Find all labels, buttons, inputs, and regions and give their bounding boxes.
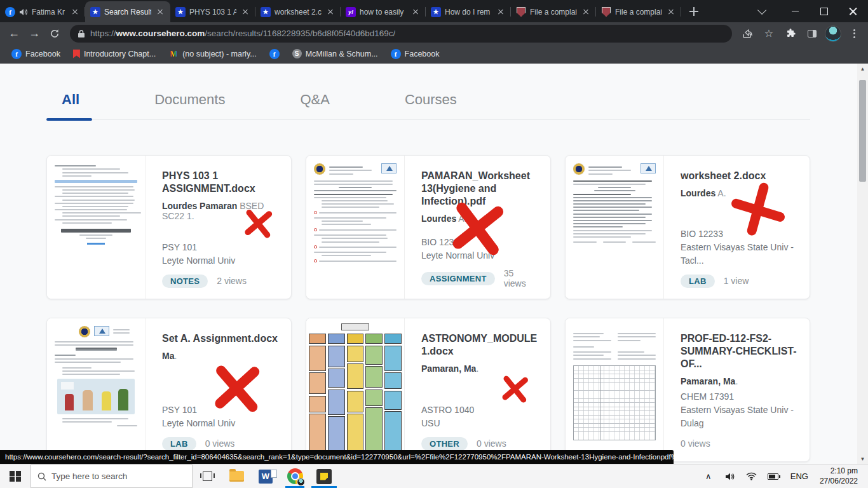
wifi-icon[interactable]: [742, 464, 761, 488]
bookmark-item[interactable]: Facebook: [8, 47, 64, 61]
tab-search-chevron-icon[interactable]: [746, 0, 775, 22]
results-grid: PHYS 103 1 ASSIGNMENT.docx Lourdes Pamar…: [46, 155, 810, 462]
document-title[interactable]: Set A. Assignment.docx: [162, 332, 278, 345]
new-tab-button[interactable]: [685, 3, 703, 20]
bookmark-item[interactable]: [266, 47, 283, 61]
tab-strip: Fatima Kr Search Result PHYS 103 1 A wor…: [0, 0, 868, 22]
browser-tab[interactable]: File a complai: [511, 1, 596, 22]
tab-title: File a complai: [615, 8, 662, 17]
taskbar-search-input[interactable]: Type here to search: [31, 464, 193, 488]
reload-button[interactable]: [46, 25, 64, 43]
document-thumbnail[interactable]: [47, 156, 146, 299]
chrome-button[interactable]: [280, 464, 309, 488]
window-controls: [746, 0, 868, 22]
lock-icon: [78, 29, 85, 38]
browser-tab[interactable]: worksheet 2.c: [255, 1, 341, 22]
shield-icon: [516, 7, 526, 17]
page-scrollbar[interactable]: ▲ ▼: [857, 64, 868, 464]
browser-tab[interactable]: Search Result: [85, 1, 170, 22]
search-result-card[interactable]: PAMARAN_Worksheet 13(Hygiene and Infecti…: [306, 155, 551, 299]
bookmark-item[interactable]: (no subject) - marly...: [165, 47, 260, 61]
side-panel-button[interactable]: [803, 25, 821, 43]
profile-avatar[interactable]: [825, 25, 841, 42]
tab-close-button[interactable]: [70, 7, 80, 17]
maximize-button[interactable]: [810, 0, 839, 22]
scroll-down-arrow[interactable]: ▼: [857, 454, 868, 464]
view-count: 1 view: [724, 276, 749, 286]
tray-chevron-icon[interactable]: ∧: [699, 464, 718, 488]
tab-close-button[interactable]: [581, 7, 591, 17]
search-filter-tab-documents[interactable]: Documents: [154, 92, 225, 119]
tab-title: How do I rem: [445, 8, 492, 17]
document-thumbnail[interactable]: [47, 318, 146, 461]
extensions-button[interactable]: [782, 25, 799, 43]
bookmark-star-button[interactable]: ☆: [760, 25, 778, 43]
search-result-card[interactable]: PROF-ED-112-FS2-SUMMARY-CHECKLIST-OF... …: [565, 318, 810, 462]
document-thumbnail[interactable]: [566, 318, 664, 461]
document-thumbnail[interactable]: [306, 318, 405, 461]
browser-tab[interactable]: Fatima Kr: [0, 1, 85, 22]
browser-tab[interactable]: File a complai: [596, 1, 681, 22]
browser-tab[interactable]: How do I rem: [426, 1, 511, 22]
view-count: 0 views: [681, 438, 710, 449]
document-title[interactable]: PAMARAN_Worksheet 13(Hygiene and Infecti…: [421, 170, 538, 208]
tab-close-button[interactable]: [496, 7, 506, 17]
bookmark-item[interactable]: McMillan & Schum...: [288, 47, 382, 60]
folder-icon: [229, 471, 244, 482]
document-title[interactable]: worksheet 2.docx: [681, 170, 797, 182]
volume-icon[interactable]: [721, 464, 740, 488]
scroll-up-arrow[interactable]: ▲: [857, 64, 868, 74]
document-thumbnail[interactable]: [566, 156, 664, 299]
document-type-badge: LAB: [162, 437, 196, 451]
search-filter-tab-courses[interactable]: Courses: [405, 92, 457, 119]
sticky-notes-button[interactable]: [309, 464, 339, 488]
tab-close-button[interactable]: [325, 7, 336, 17]
browser-tab[interactable]: how to easily: [341, 1, 426, 22]
clock[interactable]: 2:10 pm 27/06/2022: [816, 466, 862, 486]
facebook-icon: [5, 7, 15, 17]
search-result-card[interactable]: ASTRONOMY_MODULE 1.docx Pamaran, Ma. AST…: [306, 318, 551, 462]
search-placeholder: Type here to search: [51, 471, 127, 481]
yahoo-icon: [346, 7, 356, 17]
tab-close-button[interactable]: [666, 7, 676, 17]
document-title[interactable]: PROF-ED-112-FS2-SUMMARY-CHECKLIST-OF...: [681, 332, 797, 370]
share-button[interactable]: [738, 25, 756, 43]
word-icon: W: [259, 470, 273, 484]
document-title[interactable]: PHYS 103 1 ASSIGNMENT.docx: [162, 170, 278, 195]
browser-menu-button[interactable]: [845, 25, 863, 43]
battery-icon[interactable]: [764, 464, 783, 488]
school-name: Leyte Normal Univ: [162, 254, 278, 268]
tab-close-button[interactable]: [410, 7, 421, 17]
scrollbar-thumb[interactable]: [859, 80, 866, 182]
start-button[interactable]: [0, 464, 31, 488]
search-result-card[interactable]: Set A. Assignment.docx Ma. PSY 101 Leyte…: [46, 318, 292, 462]
bookmark-item[interactable]: Introductory Chapt...: [69, 48, 159, 60]
search-result-card[interactable]: worksheet 2.docx Lourdes A. BIO 12233 Ea…: [565, 155, 810, 299]
search-result-card[interactable]: PHYS 103 1 ASSIGNMENT.docx Lourdes Pamar…: [46, 155, 292, 299]
share-icon: [742, 29, 753, 39]
forward-button[interactable]: →: [25, 25, 43, 43]
address-bar[interactable]: https://www.coursehero.com/search/result…: [70, 25, 732, 43]
document-thumbnail[interactable]: [306, 156, 405, 299]
coursehero-icon: [261, 7, 271, 17]
bookmark-item[interactable]: Facebook: [387, 47, 444, 61]
document-type-badge: LAB: [681, 274, 715, 288]
document-author: Lourdes A.: [681, 188, 797, 198]
task-view-button[interactable]: [193, 464, 222, 488]
word-button[interactable]: W: [251, 464, 280, 488]
close-window-button[interactable]: [839, 0, 868, 22]
flag-icon: [73, 50, 80, 58]
shield-icon: [601, 7, 611, 17]
search-result-tabs: AllDocumentsQ&ACourses: [46, 64, 810, 120]
language-indicator[interactable]: ENG: [785, 471, 813, 481]
back-button[interactable]: ←: [5, 25, 23, 43]
search-filter-tab-all[interactable]: All: [62, 92, 79, 119]
document-title[interactable]: ASTRONOMY_MODULE 1.docx: [421, 332, 538, 358]
view-count: 2 views: [217, 276, 247, 286]
browser-tab[interactable]: PHYS 103 1 A: [170, 1, 255, 22]
file-explorer-button[interactable]: [222, 464, 251, 488]
tab-close-button[interactable]: [240, 7, 250, 17]
search-filter-tab-qa[interactable]: Q&A: [300, 92, 329, 119]
tab-close-button[interactable]: [155, 7, 165, 17]
minimize-button[interactable]: [780, 0, 810, 22]
